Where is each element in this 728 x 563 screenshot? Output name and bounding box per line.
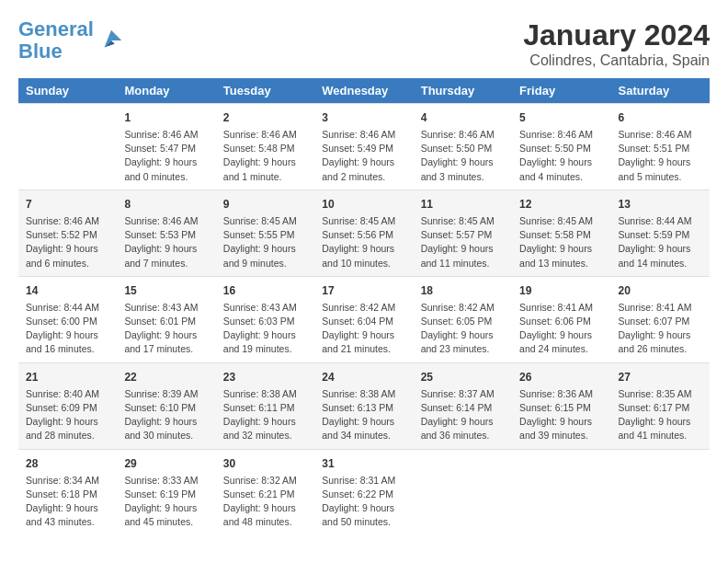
day-info: Sunrise: 8:46 AMSunset: 5:49 PMDaylight:…: [322, 128, 405, 184]
sunrise-text: Sunrise: 8:34 AM: [26, 475, 99, 486]
sunrise-text: Sunrise: 8:32 AM: [223, 475, 297, 486]
day-number: 19: [519, 282, 603, 299]
sunset-text: Sunset: 6:15 PM: [519, 402, 591, 413]
sunset-text: Sunset: 6:10 PM: [124, 402, 196, 413]
calendar-week-2: 7Sunrise: 8:46 AMSunset: 5:52 PMDaylight…: [18, 190, 710, 276]
calendar-header: SundayMondayTuesdayWednesdayThursdayFrid…: [18, 78, 710, 104]
sunrise-text: Sunrise: 8:39 AM: [124, 388, 198, 399]
sunset-text: Sunset: 5:52 PM: [26, 229, 97, 240]
sunset-text: Sunset: 5:49 PM: [322, 143, 393, 154]
calendar-cell: 20Sunrise: 8:41 AMSunset: 6:07 PMDayligh…: [611, 276, 710, 362]
calendar-cell: 8Sunrise: 8:46 AMSunset: 5:53 PMDaylight…: [117, 190, 215, 276]
sunrise-text: Sunrise: 8:46 AM: [26, 215, 99, 226]
daylight-text: Daylight: 9 hours and 45 minutes.: [124, 502, 197, 527]
day-number: 20: [619, 282, 702, 299]
calendar-cell: 4Sunrise: 8:46 AMSunset: 5:50 PMDaylight…: [414, 104, 512, 190]
day-info: Sunrise: 8:43 AMSunset: 6:03 PMDaylight:…: [223, 301, 307, 357]
calendar-cell: 17Sunrise: 8:42 AMSunset: 6:04 PMDayligh…: [314, 276, 413, 362]
daylight-text: Daylight: 9 hours and 2 minutes.: [322, 156, 394, 181]
day-number: 21: [26, 369, 109, 385]
sunrise-text: Sunrise: 8:38 AM: [223, 388, 297, 399]
logo: General Blue: [18, 18, 125, 63]
day-info: Sunrise: 8:46 AMSunset: 5:50 PMDaylight:…: [519, 128, 603, 184]
sunset-text: Sunset: 6:00 PM: [26, 316, 97, 327]
day-info: Sunrise: 8:45 AMSunset: 5:57 PMDaylight:…: [421, 214, 505, 270]
calendar-week-5: 28Sunrise: 8:34 AMSunset: 6:18 PMDayligh…: [18, 449, 710, 534]
daylight-text: Daylight: 9 hours and 10 minutes.: [322, 243, 394, 268]
calendar-week-1: 1Sunrise: 8:46 AMSunset: 5:47 PMDaylight…: [18, 104, 710, 190]
calendar-week-4: 21Sunrise: 8:40 AMSunset: 6:09 PMDayligh…: [18, 362, 710, 449]
day-info: Sunrise: 8:34 AMSunset: 6:18 PMDaylight:…: [26, 474, 109, 530]
daylight-text: Daylight: 9 hours and 4 minutes.: [519, 156, 592, 181]
daylight-text: Daylight: 9 hours and 26 minutes.: [619, 329, 691, 354]
daylight-text: Daylight: 9 hours and 9 minutes.: [223, 243, 296, 268]
calendar-cell: 7Sunrise: 8:46 AMSunset: 5:52 PMDaylight…: [18, 190, 117, 276]
location-title: Colindres, Cantabria, Spain: [523, 52, 710, 69]
sunset-text: Sunset: 5:55 PM: [223, 229, 295, 240]
sunrise-text: Sunrise: 8:35 AM: [619, 388, 692, 399]
daylight-text: Daylight: 9 hours and 3 minutes.: [421, 156, 494, 181]
daylight-text: Daylight: 9 hours and 50 minutes.: [322, 502, 394, 527]
sunset-text: Sunset: 5:56 PM: [322, 229, 393, 240]
sunrise-text: Sunrise: 8:43 AM: [124, 302, 198, 313]
weekday-saturday: Saturday: [611, 78, 710, 104]
weekday-friday: Friday: [512, 78, 610, 104]
weekday-header-row: SundayMondayTuesdayWednesdayThursdayFrid…: [18, 78, 710, 104]
sunrise-text: Sunrise: 8:44 AM: [619, 215, 692, 226]
calendar-cell: 10Sunrise: 8:45 AMSunset: 5:56 PMDayligh…: [314, 190, 413, 276]
daylight-text: Daylight: 9 hours and 23 minutes.: [421, 329, 494, 354]
sunrise-text: Sunrise: 8:37 AM: [421, 388, 495, 399]
daylight-text: Daylight: 9 hours and 24 minutes.: [519, 329, 592, 354]
calendar-cell: 6Sunrise: 8:46 AMSunset: 5:51 PMDaylight…: [611, 104, 710, 190]
sunrise-text: Sunrise: 8:41 AM: [619, 302, 692, 313]
calendar-cell: 2Sunrise: 8:46 AMSunset: 5:48 PMDaylight…: [216, 104, 314, 190]
page-header: General Blue January 2024 Colindres, Can…: [18, 18, 710, 69]
calendar-body: 1Sunrise: 8:46 AMSunset: 5:47 PMDaylight…: [18, 104, 710, 535]
day-number: 22: [124, 369, 208, 385]
daylight-text: Daylight: 9 hours and 19 minutes.: [223, 329, 296, 354]
daylight-text: Daylight: 9 hours and 41 minutes.: [619, 416, 691, 441]
sunset-text: Sunset: 6:19 PM: [124, 488, 196, 500]
day-number: 27: [619, 369, 702, 385]
calendar-cell: 12Sunrise: 8:45 AMSunset: 5:58 PMDayligh…: [512, 190, 610, 276]
day-info: Sunrise: 8:33 AMSunset: 6:19 PMDaylight:…: [124, 474, 208, 530]
logo-general: General: [18, 17, 94, 40]
calendar-cell: 13Sunrise: 8:44 AMSunset: 5:59 PMDayligh…: [611, 190, 710, 276]
day-number: 26: [519, 369, 603, 385]
day-info: Sunrise: 8:41 AMSunset: 6:07 PMDaylight:…: [619, 301, 702, 357]
sunrise-text: Sunrise: 8:46 AM: [421, 129, 495, 140]
daylight-text: Daylight: 9 hours and 7 minutes.: [124, 243, 197, 268]
day-number: 31: [322, 455, 405, 472]
day-info: Sunrise: 8:38 AMSunset: 6:13 PMDaylight:…: [322, 387, 405, 443]
day-info: Sunrise: 8:35 AMSunset: 6:17 PMDaylight:…: [619, 387, 702, 443]
daylight-text: Daylight: 9 hours and 36 minutes.: [421, 416, 494, 441]
day-info: Sunrise: 8:42 AMSunset: 6:05 PMDaylight:…: [421, 301, 505, 357]
calendar-cell: 23Sunrise: 8:38 AMSunset: 6:11 PMDayligh…: [216, 362, 314, 449]
daylight-text: Daylight: 9 hours and 32 minutes.: [223, 416, 296, 441]
sunrise-text: Sunrise: 8:38 AM: [322, 388, 395, 399]
calendar-cell: [512, 449, 610, 534]
daylight-text: Daylight: 9 hours and 14 minutes.: [619, 243, 691, 268]
calendar-table: SundayMondayTuesdayWednesdayThursdayFrid…: [18, 78, 710, 534]
sunset-text: Sunset: 5:47 PM: [124, 143, 196, 154]
calendar-cell: 14Sunrise: 8:44 AMSunset: 6:00 PMDayligh…: [18, 276, 117, 362]
day-info: Sunrise: 8:43 AMSunset: 6:01 PMDaylight:…: [124, 301, 208, 357]
sunset-text: Sunset: 6:13 PM: [322, 402, 393, 413]
calendar-cell: 16Sunrise: 8:43 AMSunset: 6:03 PMDayligh…: [216, 276, 314, 362]
sunrise-text: Sunrise: 8:46 AM: [124, 129, 198, 140]
day-info: Sunrise: 8:46 AMSunset: 5:53 PMDaylight:…: [124, 214, 208, 270]
logo-icon: [97, 27, 125, 54]
sunset-text: Sunset: 5:58 PM: [519, 229, 591, 240]
day-info: Sunrise: 8:40 AMSunset: 6:09 PMDaylight:…: [26, 387, 109, 443]
day-info: Sunrise: 8:46 AMSunset: 5:50 PMDaylight:…: [421, 128, 505, 184]
daylight-text: Daylight: 9 hours and 17 minutes.: [124, 329, 197, 354]
day-info: Sunrise: 8:42 AMSunset: 6:04 PMDaylight:…: [322, 301, 405, 357]
calendar-cell: 1Sunrise: 8:46 AMSunset: 5:47 PMDaylight…: [117, 104, 215, 190]
day-number: 1: [124, 109, 208, 126]
calendar-cell: 3Sunrise: 8:46 AMSunset: 5:49 PMDaylight…: [314, 104, 413, 190]
daylight-text: Daylight: 9 hours and 43 minutes.: [26, 502, 98, 527]
day-number: 2: [223, 109, 307, 126]
daylight-text: Daylight: 9 hours and 0 minutes.: [124, 156, 197, 181]
day-number: 14: [26, 282, 109, 299]
sunset-text: Sunset: 6:09 PM: [26, 402, 97, 413]
